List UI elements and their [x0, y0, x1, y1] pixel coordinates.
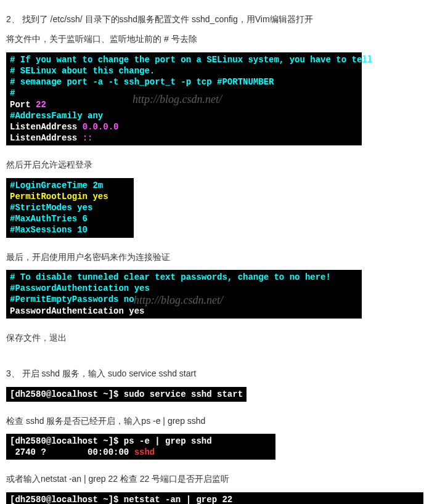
step3-title: 3、 开启 sshd 服务，输入 sudo service sshd start — [6, 367, 418, 380]
code-block-5: [dh2580@localhost ~]$ ps -e | grep sshd … — [6, 434, 275, 460]
code-block-4: [dh2580@localhost ~]$ sudo service sshd … — [6, 387, 247, 402]
code-block-1: # If you want to change the port on a SE… — [6, 52, 362, 146]
code-line: #PasswordAuthentication yes — [10, 283, 358, 294]
code-line: # SELinux about this change. — [10, 65, 358, 76]
code-line: #LoginGraceTime 2m — [10, 180, 130, 191]
code-block-6: [dh2580@localhost ~]$ netstat -an | grep… — [6, 492, 423, 504]
step2-sub3: 最后，开启使用用户名密码来作为连接验证 — [6, 250, 418, 264]
code-block-3: # To disable tunneled clear text passwor… — [6, 270, 362, 319]
code-line: # To disable tunneled clear text passwor… — [10, 272, 358, 283]
step2-sub2: 然后开启允许远程登录 — [6, 158, 418, 171]
code-line: PermitRootLogin yes — [10, 191, 130, 202]
prompt: [dh2580@localhost ~]$ — [10, 389, 124, 399]
watermark: http://blog.csdn.net/ — [132, 92, 222, 107]
step2-subtitle: 将文件中，关于监听端口、监听地址前的 # 号去除 — [6, 32, 418, 46]
step2-sub4: 保存文件，退出 — [6, 331, 418, 344]
code-line: # If you want to change the port on a SE… — [10, 54, 358, 65]
command: sudo service sshd start — [124, 389, 243, 399]
code-line: [dh2580@localhost ~]$ ps -e | grep sshd — [10, 436, 272, 447]
code-line: 2740 ? 00:00:00 sshd — [10, 447, 272, 458]
step2-title: 2、 找到了 /etc/ssh/ 目录下的sshd服务配置文件 sshd_con… — [6, 12, 418, 26]
step3-sub1: 检查 sshd 服务是否已经开启，输入ps -e | grep sshd — [6, 414, 418, 428]
watermark: http://blog.csdn.net/ — [134, 293, 223, 307]
code-line: #AddressFamily any — [10, 110, 358, 121]
code-line: ListenAddress :: — [10, 132, 358, 144]
code-line: ListenAddress 0.0.0.0 — [10, 121, 358, 132]
step3-sub2: 或者输入netstat -an | grep 22 检查 22 号端口是否开启监… — [6, 472, 418, 486]
code-line: #MaxSessions 10 — [10, 224, 130, 235]
code-line: #MaxAuthTries 6 — [10, 213, 130, 224]
code-line: #StrictModes yes — [10, 202, 130, 213]
code-line: # semanage port -a -t ssh_port_t -p tcp … — [10, 76, 358, 87]
code-block-2: #LoginGraceTime 2m PermitRootLogin yes #… — [6, 178, 134, 238]
